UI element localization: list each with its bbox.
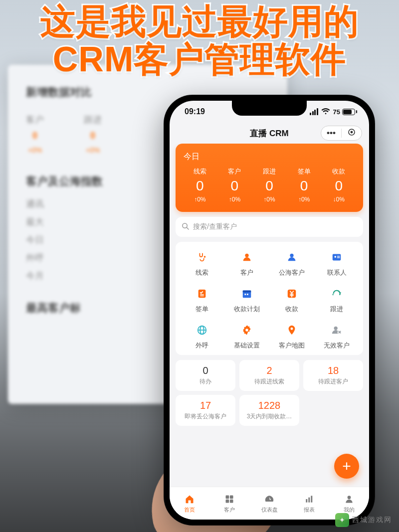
caption-overlay: 这是我见过最好用的 CRM客户管理软件 bbox=[0, 3, 399, 78]
today-metric-1[interactable]: 客户0↑0% bbox=[217, 166, 252, 207]
svg-rect-7 bbox=[337, 257, 340, 258]
app-settings[interactable]: 基础设置 bbox=[224, 322, 269, 350]
svg-point-20 bbox=[291, 328, 293, 330]
battery-icon: 75 bbox=[333, 108, 357, 116]
search-input[interactable]: 搜索/查重客户 bbox=[176, 217, 363, 237]
today-metric-2[interactable]: 跟进0↑0% bbox=[252, 166, 287, 207]
task-tile-1[interactable]: 2待跟进线索 bbox=[239, 360, 299, 391]
app-customers[interactable]: 客户 bbox=[224, 249, 269, 277]
capsule-close-button[interactable] bbox=[342, 126, 362, 140]
watermark: ✦ 西城游戏网 bbox=[335, 513, 392, 527]
svg-line-3 bbox=[187, 228, 189, 230]
today-metric-label: 跟进 bbox=[252, 167, 287, 176]
app-contacts[interactable]: 联系人 bbox=[314, 249, 359, 277]
tab-reports[interactable]: 报表 bbox=[289, 487, 329, 520]
svg-rect-14 bbox=[247, 294, 248, 295]
app-payments[interactable]: 收款 bbox=[269, 285, 314, 314]
svg-rect-21 bbox=[226, 495, 229, 499]
stethoscope-icon bbox=[194, 249, 210, 266]
target-icon bbox=[348, 128, 356, 139]
svg-rect-22 bbox=[230, 495, 233, 499]
today-metric-value: 0 bbox=[287, 177, 322, 195]
capsule-menu-button[interactable]: ••• bbox=[321, 126, 341, 140]
today-metric-delta: ↓0% bbox=[321, 196, 356, 203]
search-placeholder: 搜索/查重客户 bbox=[193, 222, 237, 231]
yen-icon bbox=[283, 285, 300, 302]
today-metric-3[interactable]: 签单0↑0% bbox=[287, 166, 322, 207]
svg-rect-25 bbox=[306, 499, 307, 503]
tile-value: 17 bbox=[178, 400, 233, 411]
app-outbound[interactable]: 外呼 bbox=[180, 322, 224, 350]
today-metric-value: 0 bbox=[321, 177, 356, 195]
watermark-text: 西城游戏网 bbox=[352, 516, 392, 525]
svg-point-28 bbox=[348, 496, 351, 499]
app-pay-plan[interactable]: 收款计划 bbox=[224, 285, 269, 314]
svg-rect-9 bbox=[200, 294, 203, 295]
watermark-logo-icon: ✦ bbox=[335, 513, 349, 527]
tab-label: 首页 bbox=[184, 506, 195, 514]
app-leads[interactable]: 线索 bbox=[180, 249, 224, 277]
app-label: 客户地图 bbox=[279, 342, 305, 350]
tile-label: 待跟进线索 bbox=[241, 377, 297, 386]
caption-line-2: CRM客户管理软件 bbox=[0, 41, 399, 79]
svg-point-19 bbox=[245, 329, 248, 332]
phone-notch bbox=[232, 101, 307, 116]
tab-label: 我的 bbox=[344, 506, 355, 514]
tab-home[interactable]: 首页 bbox=[170, 487, 209, 520]
today-metric-label: 客户 bbox=[217, 167, 252, 176]
tab-label: 仪表盘 bbox=[261, 506, 278, 514]
signal-icon bbox=[310, 108, 318, 115]
app-public-pool[interactable]: 公海客户 bbox=[269, 249, 314, 277]
person-icon bbox=[283, 249, 300, 266]
app-invalid[interactable]: 无效客户 bbox=[314, 322, 359, 350]
svg-rect-13 bbox=[244, 294, 246, 295]
today-metric-value: 0 bbox=[183, 177, 217, 195]
app-label: 外呼 bbox=[196, 342, 208, 350]
app-label: 公海客户 bbox=[279, 269, 305, 277]
checklist-icon bbox=[194, 285, 210, 302]
status-time: 09:19 bbox=[185, 107, 205, 116]
today-card[interactable]: 今日 ▾ 线索0↑0%客户0↑0%跟进0↑0%签单0↑0%收款0↓0% bbox=[176, 144, 363, 212]
svg-rect-26 bbox=[308, 497, 310, 502]
task-tile-3[interactable]: 17即将丢公海客户 bbox=[176, 395, 235, 426]
globe-icon bbox=[194, 322, 210, 339]
tile-label: 3天内到期收款… bbox=[241, 412, 297, 421]
tile-label: 待跟进客户 bbox=[305, 377, 361, 386]
phone-frame: 09:19 75 直播 CRM ••• bbox=[164, 95, 375, 526]
app-followups[interactable]: 跟进 bbox=[314, 285, 359, 314]
tile-value: 18 bbox=[305, 365, 361, 376]
today-metric-value: 0 bbox=[252, 177, 287, 195]
app-label: 签单 bbox=[196, 305, 208, 314]
today-metric-delta: ↑0% bbox=[183, 196, 217, 203]
today-metric-delta: ↑0% bbox=[252, 196, 287, 203]
tab-customers[interactable]: 客户 bbox=[209, 487, 249, 520]
today-metric-4[interactable]: 收款0↓0% bbox=[321, 166, 356, 207]
today-metric-0[interactable]: 线索0↑0% bbox=[183, 166, 217, 207]
app-contracts[interactable]: 签单 bbox=[180, 285, 224, 314]
user-icon bbox=[344, 494, 355, 505]
svg-rect-24 bbox=[230, 499, 233, 503]
tile-value: 1228 bbox=[241, 400, 297, 411]
search-icon bbox=[182, 222, 189, 231]
svg-rect-12 bbox=[243, 291, 251, 293]
task-tile-4[interactable]: 12283天内到期收款… bbox=[239, 395, 299, 426]
tab-label: 客户 bbox=[224, 506, 235, 514]
today-metric-delta: ↑0% bbox=[287, 196, 322, 203]
fab-add-button[interactable]: + bbox=[334, 454, 359, 479]
app-label: 无效客户 bbox=[324, 342, 350, 350]
chart-icon bbox=[304, 494, 315, 505]
svg-point-1 bbox=[351, 131, 353, 133]
app-label: 收款 bbox=[285, 305, 298, 314]
app-map[interactable]: 客户地图 bbox=[269, 322, 314, 350]
id-card-icon bbox=[328, 249, 345, 266]
wifi-icon bbox=[321, 108, 330, 115]
task-tile-0[interactable]: 0待办 bbox=[176, 360, 235, 391]
task-tile-2[interactable]: 18待跟进客户 bbox=[303, 360, 363, 391]
today-card-title: 今日 bbox=[184, 152, 200, 162]
battery-percent: 75 bbox=[333, 108, 340, 116]
app-label: 跟进 bbox=[330, 305, 343, 314]
app-label: 收款计划 bbox=[234, 305, 260, 314]
tab-dashboard[interactable]: 仪表盘 bbox=[249, 487, 289, 520]
svg-rect-8 bbox=[199, 290, 206, 298]
person-icon bbox=[238, 249, 255, 266]
